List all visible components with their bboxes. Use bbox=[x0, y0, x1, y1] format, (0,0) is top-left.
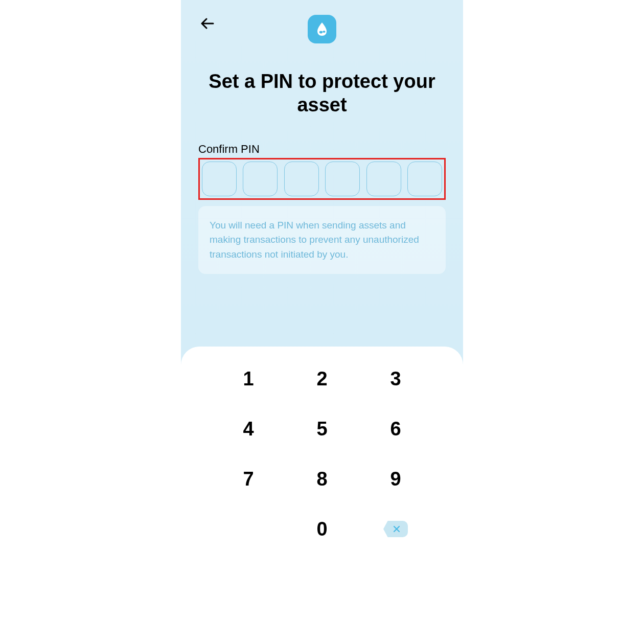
numeric-keypad: 1 2 3 4 5 6 7 8 9 0 bbox=[181, 347, 463, 644]
keypad-key-9[interactable]: 9 bbox=[380, 466, 411, 492]
keypad-key-2[interactable]: 2 bbox=[307, 366, 337, 392]
keypad-key-5[interactable]: 5 bbox=[307, 416, 337, 442]
keypad-key-4[interactable]: 4 bbox=[233, 416, 264, 442]
pin-digit-6[interactable] bbox=[407, 162, 442, 196]
pin-digit-4[interactable] bbox=[325, 162, 360, 196]
pin-digit-2[interactable] bbox=[243, 162, 278, 196]
info-text: You will need a PIN when sending assets … bbox=[210, 218, 434, 262]
pin-label: Confirm PIN bbox=[198, 143, 446, 156]
keypad-backspace[interactable] bbox=[383, 521, 408, 537]
close-icon bbox=[393, 525, 400, 533]
pin-digit-3[interactable] bbox=[284, 162, 319, 196]
arrow-left-icon bbox=[201, 18, 214, 29]
keypad-key-3[interactable]: 3 bbox=[380, 366, 411, 392]
app-screen: Set a PIN to protect your asset Confirm … bbox=[181, 0, 463, 644]
pin-digit-5[interactable] bbox=[366, 162, 401, 196]
pin-input-row bbox=[198, 158, 446, 200]
keypad-key-0[interactable]: 0 bbox=[307, 516, 337, 542]
droplet-icon bbox=[314, 21, 330, 37]
keypad-key-7[interactable]: 7 bbox=[233, 466, 264, 492]
svg-point-0 bbox=[319, 31, 323, 33]
header bbox=[181, 0, 463, 41]
keypad-key-8[interactable]: 8 bbox=[307, 466, 337, 492]
page-title: Set a PIN to protect your asset bbox=[181, 70, 463, 117]
svg-point-1 bbox=[323, 31, 325, 33]
app-logo bbox=[308, 15, 336, 43]
pin-section: Confirm PIN bbox=[181, 143, 463, 200]
keypad-key-6[interactable]: 6 bbox=[380, 416, 411, 442]
back-button[interactable] bbox=[200, 16, 215, 31]
pin-digit-1[interactable] bbox=[202, 162, 237, 196]
keypad-key-1[interactable]: 1 bbox=[233, 366, 264, 392]
info-box: You will need a PIN when sending assets … bbox=[198, 206, 446, 274]
